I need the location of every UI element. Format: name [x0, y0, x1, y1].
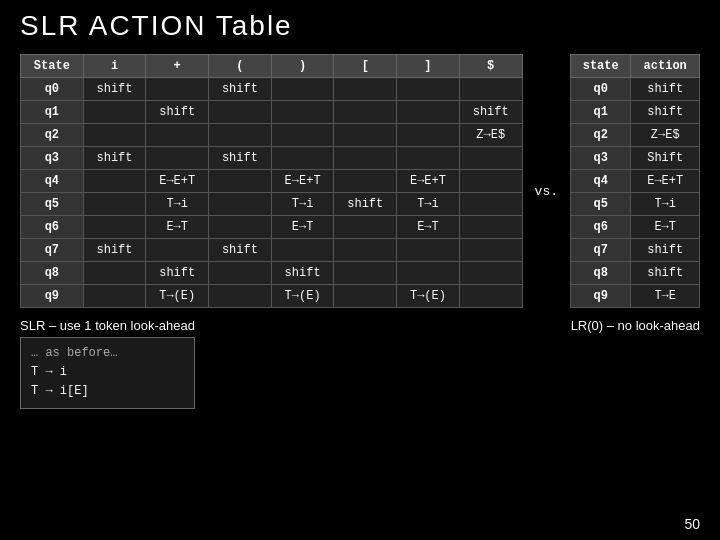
action-cell: E→T: [397, 216, 460, 239]
action-cell: [397, 147, 460, 170]
action-cell: T→i: [271, 193, 334, 216]
table-row: q0shift: [571, 78, 700, 101]
action-cell: [397, 124, 460, 147]
vs-label: vs.: [527, 184, 566, 199]
action-cell: E→T: [146, 216, 209, 239]
action-header-cell: [: [334, 55, 397, 78]
table-row: q3shiftshift: [21, 147, 523, 170]
action-header-cell: ): [271, 55, 334, 78]
goto-action-cell: E→E+T: [631, 170, 700, 193]
action-cell: [209, 193, 272, 216]
state-cell: q8: [571, 262, 631, 285]
action-cell: [209, 216, 272, 239]
action-header-cell: i: [83, 55, 146, 78]
action-cell: [83, 285, 146, 308]
state-cell: q0: [21, 78, 84, 101]
action-cell: [271, 101, 334, 124]
action-cell: [397, 262, 460, 285]
table-row: q0shiftshift: [21, 78, 523, 101]
state-cell: q8: [21, 262, 84, 285]
goto-action-cell: shift: [631, 78, 700, 101]
goto-header-cell: state: [571, 55, 631, 78]
action-cell: shift: [209, 239, 272, 262]
table-row: q4E→E+T: [571, 170, 700, 193]
action-cell: [397, 239, 460, 262]
code-line-0: … as before…: [31, 344, 184, 363]
goto-action-cell: shift: [631, 101, 700, 124]
action-cell: [459, 147, 522, 170]
action-cell: [459, 216, 522, 239]
action-table-header: Statei+()[]$: [21, 55, 523, 78]
table-row: q1shiftshift: [21, 101, 523, 124]
action-cell: Z→E$: [459, 124, 522, 147]
action-cell: [397, 101, 460, 124]
action-table-body: q0shiftshiftq1shiftshiftq2Z→E$q3shiftshi…: [21, 78, 523, 308]
action-cell: T→(E): [271, 285, 334, 308]
table-row: q4E→E+TE→E+TE→E+T: [21, 170, 523, 193]
action-cell: shift: [146, 101, 209, 124]
goto-action-cell: T→i: [631, 193, 700, 216]
action-cell: E→E+T: [146, 170, 209, 193]
action-cell: shift: [83, 239, 146, 262]
page-title: SLR ACTION Table: [20, 10, 700, 42]
action-cell: [459, 239, 522, 262]
action-cell: [271, 124, 334, 147]
right-section: stateaction q0shiftq1shiftq2Z→E$q3Shiftq…: [570, 54, 700, 308]
state-cell: q2: [21, 124, 84, 147]
action-header-cell: +: [146, 55, 209, 78]
action-header-cell: ]: [397, 55, 460, 78]
state-cell: q3: [571, 147, 631, 170]
action-cell: [397, 78, 460, 101]
goto-action-cell: E→T: [631, 216, 700, 239]
action-cell: [459, 285, 522, 308]
action-header-cell: State: [21, 55, 84, 78]
action-cell: [459, 262, 522, 285]
left-section: Statei+()[]$ q0shiftshiftq1shiftshiftq2Z…: [20, 54, 523, 308]
action-cell: [83, 216, 146, 239]
action-cell: shift: [83, 147, 146, 170]
action-cell: [209, 124, 272, 147]
bottom-left: SLR – use 1 token look-ahead … as before…: [20, 318, 195, 409]
action-cell: E→E+T: [397, 170, 460, 193]
state-cell: q0: [571, 78, 631, 101]
action-cell: [334, 101, 397, 124]
action-cell: [83, 193, 146, 216]
code-box: … as before… T → i T → i[E]: [20, 337, 195, 409]
action-cell: [146, 124, 209, 147]
action-cell: [83, 262, 146, 285]
action-cell: shift: [209, 78, 272, 101]
goto-action-cell: T→E: [631, 285, 700, 308]
state-cell: q1: [21, 101, 84, 124]
action-cell: [334, 78, 397, 101]
state-cell: q9: [21, 285, 84, 308]
action-cell: [271, 147, 334, 170]
action-cell: E→E+T: [271, 170, 334, 193]
action-cell: [334, 216, 397, 239]
action-cell: [83, 170, 146, 193]
slr-caption: SLR – use 1 token look-ahead: [20, 318, 195, 333]
state-cell: q6: [21, 216, 84, 239]
bottom-right: LR(0) – no look-ahead: [571, 318, 700, 333]
action-cell: [209, 285, 272, 308]
state-cell: q6: [571, 216, 631, 239]
goto-header-cell: action: [631, 55, 700, 78]
table-row: q8shift: [571, 262, 700, 285]
state-cell: q5: [571, 193, 631, 216]
bottom-row: SLR – use 1 token look-ahead … as before…: [20, 318, 700, 409]
goto-action-cell: shift: [631, 239, 700, 262]
action-cell: [334, 124, 397, 147]
action-cell: T→(E): [146, 285, 209, 308]
state-cell: q7: [571, 239, 631, 262]
table-row: q7shift: [571, 239, 700, 262]
table-row: q6E→TE→TE→T: [21, 216, 523, 239]
action-cell: [334, 285, 397, 308]
action-cell: shift: [271, 262, 334, 285]
table-row: q6E→T: [571, 216, 700, 239]
action-cell: [209, 262, 272, 285]
state-cell: q7: [21, 239, 84, 262]
action-header-cell: $: [459, 55, 522, 78]
table-row: q9T→E: [571, 285, 700, 308]
state-cell: q3: [21, 147, 84, 170]
action-cell: [271, 239, 334, 262]
action-header-cell: (: [209, 55, 272, 78]
